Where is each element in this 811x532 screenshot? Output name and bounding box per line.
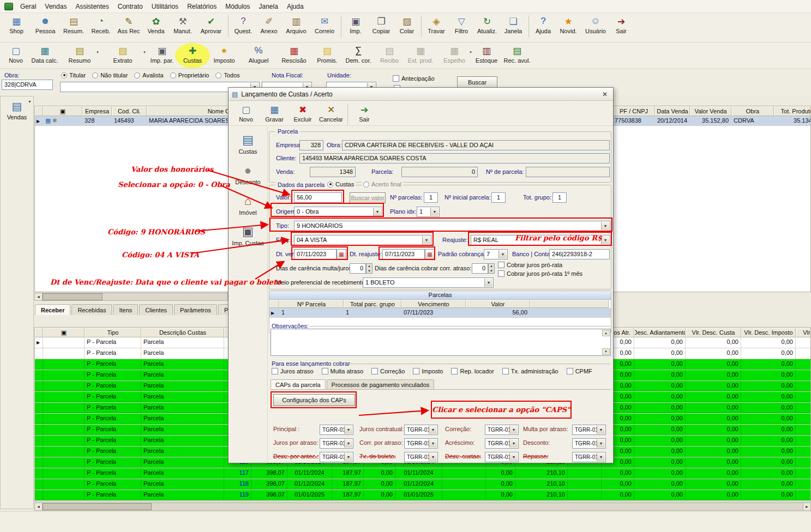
toolbar-button-imprimir[interactable]: ▣Imp.: [344, 13, 368, 38]
checkbox-juros-atraso[interactable]: Juros atraso: [272, 368, 314, 374]
dropdown-arrow-icon[interactable]: ▼: [597, 453, 605, 461]
banco-conta-field[interactable]: 246|2293918-2: [549, 249, 610, 259]
dropdown-arrow-icon[interactable]: ▼: [429, 453, 437, 461]
dropdown-arrow-icon[interactable]: ▼: [509, 439, 518, 448]
table-row[interactable]: P - ParcelaParcela119398,0701/01/2025187…: [35, 490, 810, 501]
grid-column-header[interactable]: ▣: [43, 106, 82, 116]
table-row[interactable]: ▶1107/11/202356,00: [269, 308, 611, 318]
dialog-nav-imovel[interactable]: ⌂Imóvel: [229, 194, 267, 216]
dropdown-arrow-icon[interactable]: ▼: [597, 439, 605, 448]
scrollbar-thumb[interactable]: [43, 293, 103, 300]
dropdown-arrow-icon[interactable]: ▼: [373, 208, 381, 216]
toolbar-button-atualizar[interactable]: ↻Atualiz.: [474, 13, 500, 38]
carencia-corr-field[interactable]: 0: [472, 263, 488, 274]
toolbar-button-venda[interactable]: ✿Venda: [143, 13, 169, 38]
toolbar-button-aluguel[interactable]: %Aluguel: [241, 43, 276, 68]
num-inicial-field[interactable]: 1: [491, 192, 506, 203]
dropdown-arrow-icon[interactable]: ▼: [509, 426, 518, 434]
calendar-icon[interactable]: ▦: [425, 249, 435, 259]
toolbar-button-promissoria[interactable]: ▤Promis.: [312, 43, 343, 68]
padrao-cobranca-select[interactable]: 7▼: [484, 249, 508, 259]
grid-column-header[interactable]: Nº Parcela: [279, 300, 344, 308]
radio-acerto-final[interactable]: Acerto final: [362, 181, 403, 188]
checkbox-cpmf[interactable]: CPMF: [567, 368, 592, 374]
grid-column-header[interactable]: Empresa: [82, 106, 112, 116]
dialog-nav-custas[interactable]: ▤Custas: [229, 133, 267, 155]
menu-assistentes[interactable]: Assistentes: [71, 1, 113, 12]
toolbar-button-pessoa[interactable]: ☻Pessoa: [31, 13, 60, 38]
cap-select-repasse[interactable]: TGRR-01▼: [572, 452, 606, 462]
toolbar-button-correio[interactable]: ✉Correio: [310, 13, 339, 38]
carencia-multa-spinner[interactable]: ▲▼: [366, 263, 373, 274]
sidebar-dropdown-icon[interactable]: ▼: [28, 100, 32, 104]
dropdown-arrow-icon[interactable]: ▼: [597, 426, 605, 434]
toolbar-button-resumo2[interactable]: ▤Resumo▼: [60, 43, 99, 68]
scroll-left-icon[interactable]: ◄: [35, 503, 43, 510]
toolbar-button-filtro[interactable]: ▽Filtro: [449, 13, 474, 38]
tab-itens[interactable]: Itens: [113, 304, 138, 315]
checkbox-correcao[interactable]: Correção: [371, 368, 405, 374]
dropdown-arrow-icon[interactable]: ▼: [498, 250, 507, 258]
grid-column-header[interactable]: Descrição Custas: [141, 328, 224, 337]
freq-select[interactable]: 04 A VISTA▼: [294, 235, 431, 245]
dialog-nav-desconto[interactable]: ●Desconto: [229, 164, 267, 185]
dialog-button-cancelar[interactable]: ✕Cancelar: [317, 101, 345, 126]
tab-processos-de-pagamento-vinculados[interactable]: Processos de pagamento vinculados: [327, 379, 435, 389]
grid-column-header[interactable]: Vlr: [796, 328, 811, 337]
dropdown-arrow-icon[interactable]: ▼: [430, 208, 438, 216]
toolbar-button-aprovar[interactable]: ✔Aprovar: [196, 13, 226, 38]
radio-todos[interactable]: Todos: [215, 72, 239, 78]
tab-caps-da-parcela[interactable]: CAPs da parcela: [271, 379, 326, 389]
grid-column-header[interactable]: Desc. Adiantamento: [634, 328, 686, 337]
menu-vendas[interactable]: Vendas: [40, 1, 71, 12]
dropdown-arrow-icon[interactable]: ▼: [429, 439, 437, 448]
prorata-primeiro-mes-checkbox[interactable]: Cobrar juros pró-rata 1º mês: [498, 270, 582, 277]
cap-select-juros-contratual[interactable]: TGRR-01▼: [404, 425, 438, 435]
dropdown-arrow-icon[interactable]: ▼: [601, 236, 609, 244]
carencia-corr-spinner[interactable]: ▲▼: [488, 263, 495, 274]
toolbar-button-rec-avulso[interactable]: ▤Rec. avul.: [501, 43, 533, 68]
checkbox-rep-locador[interactable]: Rep. locador: [451, 368, 494, 374]
antecipacao-checkbox[interactable]: Antecipação: [393, 75, 435, 82]
menu-utilitarios[interactable]: Utilitários: [147, 1, 183, 12]
checkbox-imposto[interactable]: Imposto: [413, 368, 443, 374]
prorata-checkbox[interactable]: Cobrar juros pró-rata: [498, 262, 562, 268]
toolbar-button-assinatura-rec[interactable]: ✎Ass Rec: [115, 13, 143, 38]
checkbox-multa-atraso[interactable]: Multa atraso: [322, 368, 364, 374]
toolbar-button-receber[interactable]: ◔Receb.: [87, 13, 115, 38]
menu-janela[interactable]: Janela: [255, 1, 283, 12]
toolbar-button-questionario[interactable]: ?Quest.: [231, 13, 256, 38]
table-row[interactable]: P - ParcelaParcela118398,0701/12/2024187…: [35, 479, 810, 490]
venda-field[interactable]: 1348: [310, 167, 356, 177]
grid-column-header[interactable]: Vlr. Desc. Custa: [686, 328, 741, 337]
grid-column-header[interactable]: [269, 300, 279, 308]
toolbar-button-arquivo[interactable]: ▥Arquivo: [282, 13, 310, 38]
checkbox-tx-administracao[interactable]: Tx. administração: [502, 368, 558, 374]
cap-select-desconto[interactable]: TGRR-01▼: [572, 438, 606, 449]
toolbar-button-travar[interactable]: ◈Travar: [424, 13, 449, 38]
num-parcelas-field[interactable]: 1: [424, 192, 438, 203]
grid-column-header[interactable]: [530, 300, 609, 308]
dialog-button-sair[interactable]: ➔Sair: [350, 101, 379, 126]
cap-select-desc-por-antec[interactable]: TGRR-01▼: [320, 452, 353, 462]
scroll-up-icon[interactable]: ▲: [602, 330, 610, 336]
toolbar-button-colar[interactable]: ▨Colar: [395, 13, 419, 38]
grid-column-header[interactable]: Total parc. grupo: [344, 300, 401, 308]
toolbar-button-novidades[interactable]: ★Novid.: [555, 13, 581, 38]
toolbar-button-shop[interactable]: ▦Shop: [2, 13, 31, 38]
radio-avalista[interactable]: Avalista: [134, 72, 163, 78]
grid-column-header[interactable]: ▣: [43, 328, 85, 337]
toolbar-button-imp-par[interactable]: ▣Imp. par.: [146, 43, 178, 68]
menu-geral[interactable]: Geral: [16, 1, 40, 12]
grid-column-header[interactable]: [35, 106, 43, 116]
dialog-titlebar[interactable]: ▤ Lançamento de Custas / Acerto ✕: [229, 88, 613, 101]
grid-column-header[interactable]: Cod. Cli.: [112, 106, 147, 116]
dropdown-arrow-icon[interactable]: ▼: [422, 236, 430, 244]
toolbar-button-imposto[interactable]: ●Imposto: [207, 43, 241, 68]
toolbar-button-estoque[interactable]: ▥Estoque: [472, 43, 501, 68]
toolbar-button-ajuda[interactable]: ?Ajuda: [531, 13, 555, 38]
grid-column-header[interactable]: Vlr. Desc. Imposto: [741, 328, 796, 337]
cap-select-correcao[interactable]: TGRR-01▼: [485, 425, 519, 435]
toolbar-button-dem-correcao[interactable]: ∑Dem. cor.: [343, 43, 374, 68]
reajuste-select[interactable]: R$ REAL▼: [471, 235, 610, 245]
